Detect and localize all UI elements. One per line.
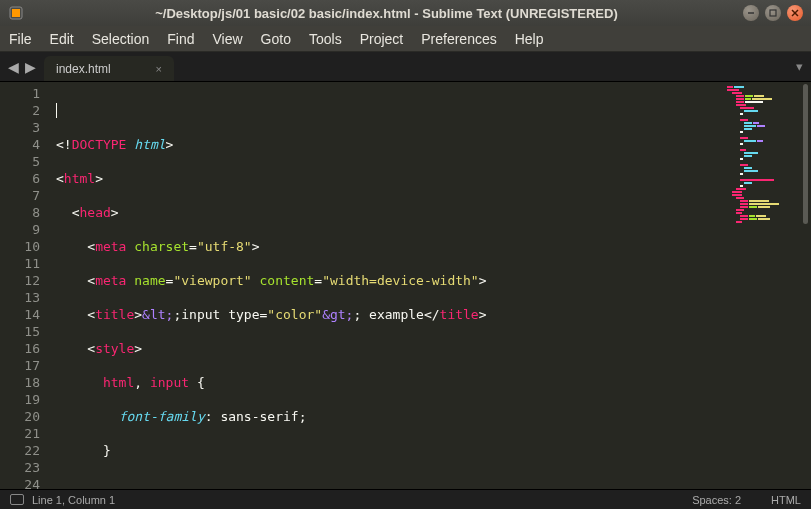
line-number: 21 xyxy=(0,425,40,442)
line-number: 3 xyxy=(0,119,40,136)
line-number-gutter: 1 2 3 4 5 6 7 8 9 10 11 12 13 14 15 16 1… xyxy=(0,82,50,489)
line-number: 2 xyxy=(0,102,40,119)
line-number: 12 xyxy=(0,272,40,289)
menu-selection[interactable]: Selection xyxy=(83,31,159,47)
line-number: 6 xyxy=(0,170,40,187)
menu-help[interactable]: Help xyxy=(506,31,553,47)
line-number: 10 xyxy=(0,238,40,255)
console-icon[interactable] xyxy=(10,494,24,505)
menu-goto[interactable]: Goto xyxy=(252,31,300,47)
line-number: 18 xyxy=(0,374,40,391)
text-cursor xyxy=(56,103,57,118)
maximize-button[interactable] xyxy=(765,5,781,21)
app-icon xyxy=(8,5,24,21)
tab-back-icon[interactable]: ◀ xyxy=(6,57,21,77)
code-area[interactable]: <!DOCTYPE html> <html> <head> <meta char… xyxy=(50,82,721,489)
line-number: 5 xyxy=(0,153,40,170)
line-number: 11 xyxy=(0,255,40,272)
line-number: 9 xyxy=(0,221,40,238)
line-number: 17 xyxy=(0,357,40,374)
svg-rect-3 xyxy=(770,10,776,16)
scrollbar[interactable] xyxy=(803,84,808,224)
window-title: ~/Desktop/js/01 basic/02 basic/index.htm… xyxy=(30,6,743,21)
menu-file[interactable]: File xyxy=(0,31,41,47)
line-number: 15 xyxy=(0,323,40,340)
line-number: 13 xyxy=(0,289,40,306)
minimize-button[interactable] xyxy=(743,5,759,21)
line-number: 22 xyxy=(0,442,40,459)
window-controls xyxy=(743,5,803,21)
svg-rect-1 xyxy=(12,9,20,17)
tab-forward-icon[interactable]: ▶ xyxy=(23,57,38,77)
minimap[interactable] xyxy=(721,82,811,489)
status-syntax[interactable]: HTML xyxy=(771,494,801,506)
line-number: 24 xyxy=(0,476,40,493)
close-button[interactable] xyxy=(787,5,803,21)
menu-view[interactable]: View xyxy=(204,31,252,47)
menu-preferences[interactable]: Preferences xyxy=(412,31,505,47)
line-number: 20 xyxy=(0,408,40,425)
editor: 1 2 3 4 5 6 7 8 9 10 11 12 13 14 15 16 1… xyxy=(0,82,811,489)
line-number: 4 xyxy=(0,136,40,153)
line-number: 7 xyxy=(0,187,40,204)
window-titlebar: ~/Desktop/js/01 basic/02 basic/index.htm… xyxy=(0,0,811,26)
tabbar: ◀ ▶ index.html × ▾ xyxy=(0,52,811,82)
menubar: File Edit Selection Find View Goto Tools… xyxy=(0,26,811,52)
line-number: 19 xyxy=(0,391,40,408)
menu-edit[interactable]: Edit xyxy=(41,31,83,47)
menu-find[interactable]: Find xyxy=(158,31,203,47)
line-number: 14 xyxy=(0,306,40,323)
tab-nav: ◀ ▶ xyxy=(0,52,44,81)
tab-index-html[interactable]: index.html × xyxy=(44,56,174,81)
tabbar-menu-icon[interactable]: ▾ xyxy=(796,52,811,81)
line-number: 23 xyxy=(0,459,40,476)
menu-project[interactable]: Project xyxy=(351,31,413,47)
line-number: 8 xyxy=(0,204,40,221)
menu-tools[interactable]: Tools xyxy=(300,31,351,47)
tab-label: index.html xyxy=(56,62,111,76)
line-number: 16 xyxy=(0,340,40,357)
tab-close-icon[interactable]: × xyxy=(156,63,162,75)
line-number: 1 xyxy=(0,85,40,102)
